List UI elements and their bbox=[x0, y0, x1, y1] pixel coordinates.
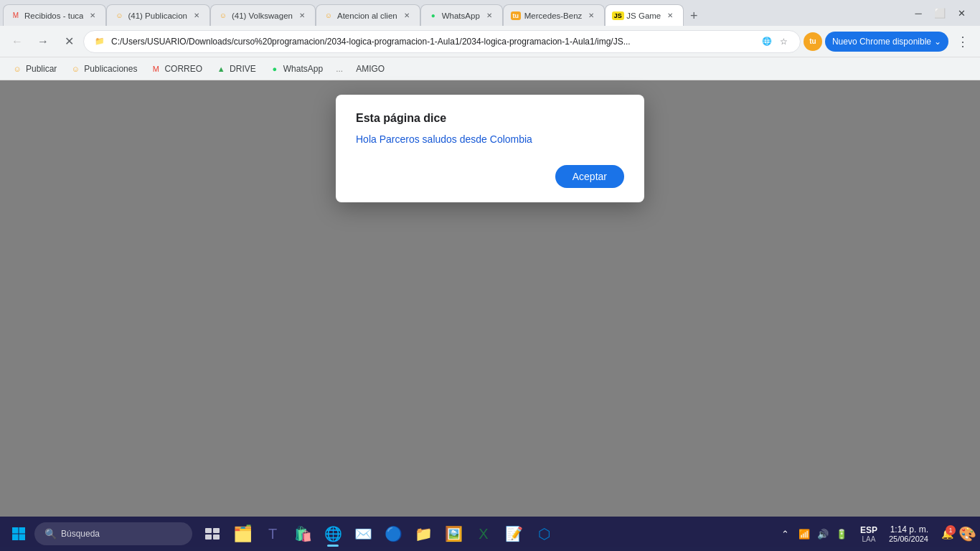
bm-favicon-publicar: ☺ bbox=[11, 63, 23, 75]
new-tab-button[interactable]: + bbox=[684, 6, 704, 26]
toolbar-right: tu Nuevo Chrome disponible ⌄ ⋮ bbox=[804, 30, 974, 53]
bookmark-label-drive: DRIVE bbox=[230, 64, 256, 74]
tab-jsgame[interactable]: JS JS Game ✕ bbox=[605, 4, 684, 26]
mail-app[interactable]: ✉️ bbox=[349, 519, 377, 548]
chrome-icon: 🔵 bbox=[385, 525, 402, 542]
page-content: Esta página dice Hola Parceros saludos d… bbox=[0, 80, 980, 517]
tab-close-pub2[interactable]: ✕ bbox=[296, 10, 308, 22]
reload-button[interactable]: ✕ bbox=[57, 30, 80, 53]
bookmark-whatsapp[interactable]: ● WhatsApp bbox=[263, 61, 329, 77]
color-picker-icon[interactable]: 🎨 bbox=[960, 527, 974, 541]
tab-gmail[interactable]: M Recibidos - tuca ✕ bbox=[3, 4, 106, 26]
address-bar[interactable]: 📁 C:/Users/USUARIO/Downloads/curso%20pro… bbox=[83, 30, 801, 53]
tab-title-pub2: (41) Volkswagen bbox=[232, 11, 293, 20]
chrome-menu-button[interactable]: ⋮ bbox=[951, 30, 974, 53]
tab-title-whatsapp: WhatsApp bbox=[442, 11, 480, 20]
system-tray: ⌃ 📶 🔊 🔋 bbox=[773, 527, 854, 541]
store-app[interactable]: 🛍️ bbox=[288, 519, 317, 548]
svg-rect-5 bbox=[213, 528, 220, 533]
close-button[interactable]: ✕ bbox=[951, 3, 971, 23]
bookmark-label-correo: CORREO bbox=[164, 64, 202, 74]
bookmark-amigo[interactable]: AMIGO bbox=[350, 62, 390, 76]
bookmark-publicaciones[interactable]: ☺ Publicaciones bbox=[64, 61, 143, 77]
dialog-buttons: Aceptar bbox=[356, 165, 624, 188]
edge-icon: 🌐 bbox=[324, 525, 342, 542]
dialog-accept-button[interactable]: Aceptar bbox=[555, 165, 624, 188]
language-selector[interactable]: ESP LAA bbox=[857, 525, 880, 543]
browser-frame: M Recibidos - tuca ✕ ☺ (41) Publicacion … bbox=[0, 0, 980, 551]
svg-rect-2 bbox=[12, 534, 19, 541]
tab-favicon-pub1: ☺ bbox=[114, 11, 124, 21]
bookmark-drive[interactable]: ▲ DRIVE bbox=[209, 61, 262, 77]
bookmark-amigo-text: AMIGO bbox=[356, 64, 385, 74]
search-icon: 🔍 bbox=[44, 528, 57, 540]
chevron-up-icon[interactable]: ⌃ bbox=[778, 527, 793, 541]
chevron-down-icon: ⌄ bbox=[934, 37, 941, 47]
clock[interactable]: 1:14 p. m. 25/06/2024 bbox=[883, 524, 934, 543]
tab-close-jsgame[interactable]: ✕ bbox=[664, 10, 676, 22]
file-explorer-icon: 🗂️ bbox=[233, 524, 253, 543]
files-app[interactable]: 📁 bbox=[409, 519, 438, 548]
forward-button[interactable]: → bbox=[32, 30, 55, 53]
tab-title-jsgame: JS Game bbox=[626, 11, 661, 20]
tab-title-atencion: Atencion al clien bbox=[337, 11, 397, 20]
back-button[interactable]: ← bbox=[6, 30, 29, 53]
vscode-app[interactable]: ⬡ bbox=[529, 519, 558, 548]
taskbar: 🔍 Búsqueda 🗂️ T 🛍 bbox=[0, 517, 980, 551]
volume-icon[interactable]: 🔊 bbox=[816, 527, 830, 541]
toolbar: ← → ✕ 📁 C:/Users/USUARIO/Downloads/curso… bbox=[0, 26, 980, 57]
tab-close-pub1[interactable]: ✕ bbox=[191, 10, 202, 22]
svg-rect-0 bbox=[12, 527, 19, 534]
extension-icon[interactable]: tu bbox=[804, 32, 822, 51]
tab-atencion[interactable]: ☺ Atencion al clien ✕ bbox=[316, 4, 420, 26]
tab-close-atencion[interactable]: ✕ bbox=[401, 10, 413, 22]
chrome-app[interactable]: 🔵 bbox=[379, 519, 407, 548]
notification-button[interactable]: 🔔 1 bbox=[937, 524, 957, 544]
tab-mercedes[interactable]: tu Mercedes-Benz ✕ bbox=[503, 4, 606, 26]
tab-close-whatsapp[interactable]: ✕ bbox=[484, 10, 495, 22]
tab-pub1[interactable]: ☺ (41) Publicacion ✕ bbox=[106, 4, 209, 26]
maximize-button[interactable]: ⬜ bbox=[930, 3, 950, 23]
excel-app[interactable]: X bbox=[469, 519, 498, 548]
address-icons: 🌐 ☆ bbox=[760, 34, 791, 49]
start-button[interactable] bbox=[6, 521, 32, 547]
address-text: C:/Users/USUARIO/Downloads/curso%20progr… bbox=[111, 37, 755, 47]
photo-app[interactable]: 🖼️ bbox=[439, 519, 468, 548]
taskview-button[interactable] bbox=[198, 519, 227, 548]
store-icon: 🛍️ bbox=[294, 525, 312, 542]
photo-icon: 🖼️ bbox=[445, 525, 463, 542]
minimize-button[interactable]: ─ bbox=[908, 3, 928, 23]
bookmark-star-icon[interactable]: ☆ bbox=[777, 34, 791, 49]
taskbar-apps: 🗂️ T 🛍️ 🌐 ✉️ 🔵 📁 bbox=[198, 519, 558, 548]
taskbar-search[interactable]: 🔍 Búsqueda bbox=[34, 522, 192, 545]
bookmark-label-publicar: Publicar bbox=[26, 64, 57, 74]
tab-title-gmail: Recibidos - tuca bbox=[24, 11, 83, 20]
dialog-overlay: Esta página dice Hola Parceros saludos d… bbox=[0, 80, 980, 517]
file-explorer-app[interactable]: 🗂️ bbox=[228, 519, 257, 548]
dialog: Esta página dice Hola Parceros saludos d… bbox=[336, 95, 644, 202]
svg-rect-6 bbox=[205, 534, 212, 540]
dialog-message: Hola Parceros saludos desde Colombia bbox=[356, 133, 624, 145]
windows-icon bbox=[11, 527, 26, 541]
battery-icon[interactable]: 🔋 bbox=[834, 527, 849, 541]
translate-icon[interactable]: 🌐 bbox=[760, 34, 774, 49]
tab-favicon-gmail: M bbox=[11, 11, 21, 21]
tab-close-mercedes[interactable]: ✕ bbox=[585, 10, 597, 22]
taskview-icon bbox=[205, 528, 220, 540]
chrome-update-button[interactable]: Nuevo Chrome disponible ⌄ bbox=[825, 32, 948, 52]
bookmark-extra[interactable]: ... bbox=[330, 62, 349, 76]
notepad-app[interactable]: 📝 bbox=[499, 519, 528, 548]
bm-favicon-publicaciones: ☺ bbox=[70, 63, 81, 75]
tab-whatsapp[interactable]: ● WhatsApp ✕ bbox=[420, 4, 503, 26]
bookmark-correo[interactable]: M CORREO bbox=[144, 61, 208, 77]
tab-close-gmail[interactable]: ✕ bbox=[87, 10, 98, 22]
language-sub: LAA bbox=[862, 535, 875, 543]
bookmark-publicar[interactable]: ☺ Publicar bbox=[6, 61, 62, 77]
wifi-icon[interactable]: 📶 bbox=[797, 527, 811, 541]
chrome-update-label: Nuevo Chrome disponible bbox=[832, 37, 931, 47]
tab-pub2[interactable]: ☺ (41) Volkswagen ✕ bbox=[210, 4, 316, 26]
teams-app[interactable]: T bbox=[258, 519, 287, 548]
language-main: ESP bbox=[860, 525, 877, 535]
tabs-container: M Recibidos - tuca ✕ ☺ (41) Publicacion … bbox=[3, 0, 903, 26]
edge-app[interactable]: 🌐 bbox=[319, 519, 347, 548]
